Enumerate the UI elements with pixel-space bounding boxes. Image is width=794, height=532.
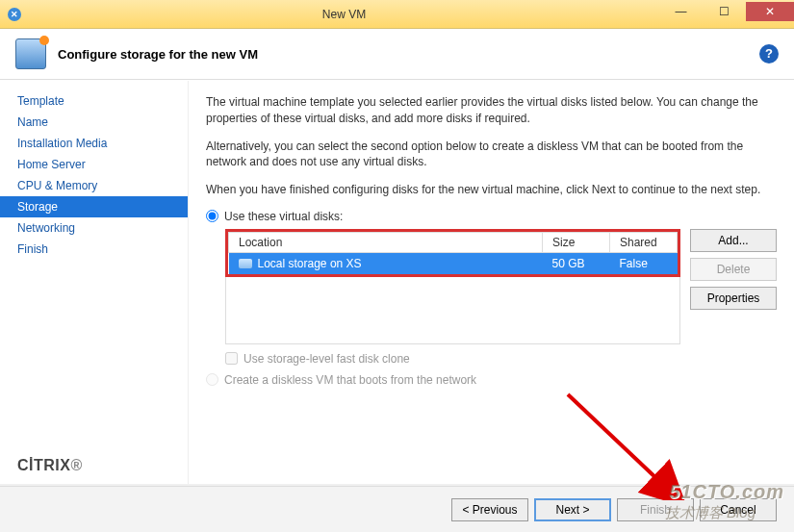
properties-button[interactable]: Properties — [690, 287, 777, 310]
cancel-button[interactable]: Cancel — [700, 498, 777, 521]
wizard-body: Template Name Installation Media Home Se… — [0, 80, 794, 484]
sidebar-item-template[interactable]: Template — [0, 90, 188, 112]
radio-use-disks[interactable]: Use these virtual disks: — [206, 210, 777, 223]
disk-icon — [239, 259, 252, 268]
radio-use-disks-label: Use these virtual disks: — [224, 210, 343, 223]
disk-table-highlight: Location Size Shared Local storage — [225, 229, 680, 277]
intro-paragraph-2: Alternatively, you can select the second… — [206, 139, 777, 171]
window-controls: ― ☐ ✕ — [659, 7, 794, 21]
maximize-button[interactable]: ☐ — [703, 2, 746, 21]
radio-diskless-label: Create a diskless VM that boots from the… — [224, 373, 476, 387]
disk-table-empty-area[interactable] — [225, 277, 680, 344]
table-row[interactable]: Local storage on XS 50 GB False — [229, 252, 678, 274]
sidebar-item-cpu-memory[interactable]: CPU & Memory — [0, 175, 188, 196]
minimize-button[interactable]: ― — [659, 2, 703, 21]
titlebar: ✕ New VM ― ☐ ✕ — [0, 0, 794, 29]
sidebar-item-finish[interactable]: Finish — [0, 239, 188, 260]
finish-button: Finish — [617, 498, 694, 521]
fast-clone-checkbox: Use storage-level fast disk clone — [225, 352, 777, 366]
next-button[interactable]: Next > — [534, 498, 611, 521]
close-button[interactable]: ✕ — [746, 2, 794, 21]
sidebar-item-name[interactable]: Name — [0, 112, 188, 133]
add-button[interactable]: Add... — [690, 229, 777, 252]
wizard-heading: Configure storage for the new VM — [58, 47, 759, 62]
wizard-icon — [15, 38, 46, 69]
disk-area: Location Size Shared Local storage — [225, 229, 777, 344]
radio-diskless-input — [206, 373, 218, 386]
cell-shared: False — [610, 252, 678, 274]
cell-location: Local storage on XS — [258, 257, 362, 270]
delete-button: Delete — [690, 258, 777, 281]
disk-buttons: Add... Delete Properties — [690, 229, 777, 344]
wizard-header: Configure storage for the new VM ? — [0, 29, 794, 80]
wizard-sidebar: Template Name Installation Media Home Se… — [0, 81, 188, 484]
help-icon[interactable]: ? — [759, 44, 779, 63]
window-title: New VM — [29, 8, 659, 21]
col-location[interactable]: Location — [229, 232, 543, 252]
app-icon: ✕ — [8, 8, 21, 21]
intro-paragraph-1: The virtual machine template you selecte… — [206, 94, 777, 127]
col-shared[interactable]: Shared — [610, 232, 678, 252]
col-size[interactable]: Size — [543, 232, 610, 252]
wizard-content: The virtual machine template you selecte… — [188, 81, 794, 484]
wizard-footer: < Previous Next > Finish Cancel — [0, 486, 794, 532]
sidebar-item-home-server[interactable]: Home Server — [0, 154, 188, 175]
fast-clone-label: Use storage-level fast disk clone — [243, 352, 410, 366]
citrix-logo: CİTRIX® — [17, 457, 83, 474]
sidebar-item-installation-media[interactable]: Installation Media — [0, 133, 188, 154]
fast-clone-input — [225, 352, 238, 365]
sidebar-item-storage[interactable]: Storage — [0, 196, 188, 217]
cell-size: 50 GB — [543, 252, 610, 274]
sidebar-item-networking[interactable]: Networking — [0, 217, 188, 239]
radio-diskless: Create a diskless VM that boots from the… — [206, 373, 777, 387]
disk-table: Location Size Shared Local storage — [228, 232, 678, 274]
intro-paragraph-3: When you have finished configuring disks… — [206, 182, 777, 198]
previous-button[interactable]: < Previous — [451, 498, 528, 521]
radio-use-disks-input[interactable] — [206, 210, 218, 222]
